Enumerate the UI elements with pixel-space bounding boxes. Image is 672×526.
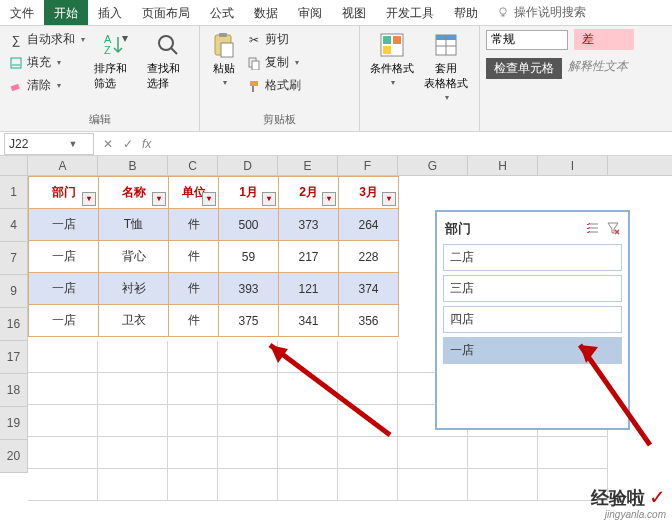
col-header-A[interactable]: A	[28, 156, 98, 175]
table-cell[interactable]: 121	[279, 273, 339, 305]
empty-cell[interactable]	[218, 437, 278, 469]
clear-filter-icon[interactable]	[606, 221, 620, 238]
style-explain[interactable]: 解释性文本	[568, 56, 628, 77]
col-header-H[interactable]: H	[468, 156, 538, 175]
table-cell[interactable]: 一店	[29, 241, 99, 273]
empty-cell[interactable]	[278, 405, 338, 437]
filter-button[interactable]: ▾	[262, 192, 276, 206]
table-cell[interactable]: 217	[279, 241, 339, 273]
table-cell[interactable]: 341	[279, 305, 339, 337]
slicer-item[interactable]: 四店	[443, 306, 622, 333]
slicer-item[interactable]: 二店	[443, 244, 622, 271]
table-cell[interactable]: 件	[169, 305, 219, 337]
table-cell[interactable]: 一店	[29, 209, 99, 241]
empty-cell[interactable]	[338, 341, 398, 373]
table-cell[interactable]: 件	[169, 241, 219, 273]
table-cell[interactable]: 374	[339, 273, 399, 305]
empty-cell[interactable]	[28, 469, 98, 501]
row-header-19[interactable]: 19	[0, 407, 28, 440]
menu-tab-3[interactable]: 页面布局	[132, 0, 200, 25]
empty-cell[interactable]	[218, 373, 278, 405]
cut-button[interactable]: ✂ 剪切	[244, 29, 304, 50]
menu-tab-8[interactable]: 开发工具	[376, 0, 444, 25]
table-cell[interactable]: 264	[339, 209, 399, 241]
table-format-button[interactable]: 套用 表格格式▾	[420, 29, 472, 104]
slicer-item[interactable]: 三店	[443, 275, 622, 302]
empty-cell[interactable]	[338, 405, 398, 437]
empty-cell[interactable]	[218, 405, 278, 437]
format-painter-button[interactable]: 格式刷	[244, 75, 304, 96]
table-cell[interactable]: T恤	[99, 209, 169, 241]
empty-cell[interactable]	[278, 373, 338, 405]
col-header-D[interactable]: D	[218, 156, 278, 175]
menu-tab-1[interactable]: 开始	[44, 0, 88, 25]
menu-tab-0[interactable]: 文件	[0, 0, 44, 25]
menu-tab-6[interactable]: 审阅	[288, 0, 332, 25]
fill-button[interactable]: 填充▾	[6, 52, 88, 73]
filter-button[interactable]: ▾	[152, 192, 166, 206]
table-cell[interactable]: 件	[169, 209, 219, 241]
table-cell[interactable]: 500	[219, 209, 279, 241]
empty-cell[interactable]	[98, 469, 168, 501]
table-cell[interactable]: 59	[219, 241, 279, 273]
clear-button[interactable]: 清除▾	[6, 75, 88, 96]
slicer-panel[interactable]: 部门 二店三店四店一店	[435, 210, 630, 430]
menu-tab-5[interactable]: 数据	[244, 0, 288, 25]
row-header-16[interactable]: 16	[0, 308, 28, 341]
multiselect-icon[interactable]	[586, 221, 600, 238]
filter-button[interactable]: ▾	[202, 192, 216, 206]
menu-tab-4[interactable]: 公式	[200, 0, 244, 25]
row-header-9[interactable]: 9	[0, 275, 28, 308]
name-box[interactable]: J22 ▼	[4, 133, 94, 155]
menu-tab-7[interactable]: 视图	[332, 0, 376, 25]
cancel-formula-button[interactable]: ✕	[98, 137, 118, 151]
empty-cell[interactable]	[98, 405, 168, 437]
col-header-F[interactable]: F	[338, 156, 398, 175]
empty-cell[interactable]	[278, 341, 338, 373]
empty-cell[interactable]	[278, 469, 338, 501]
empty-cell[interactable]	[468, 469, 538, 501]
table-cell[interactable]: 一店	[29, 273, 99, 305]
style-bad[interactable]: 差	[574, 29, 634, 50]
paste-button[interactable]: 粘贴▾	[206, 29, 242, 89]
empty-cell[interactable]	[98, 373, 168, 405]
find-select-button[interactable]: 查找和选择	[143, 29, 194, 93]
empty-cell[interactable]	[28, 437, 98, 469]
empty-cell[interactable]	[168, 469, 218, 501]
empty-cell[interactable]	[398, 437, 468, 469]
table-cell[interactable]: 375	[219, 305, 279, 337]
row-header-1[interactable]: 1	[0, 176, 28, 209]
copy-button[interactable]: 复制▾	[244, 52, 304, 73]
table-cell[interactable]: 一店	[29, 305, 99, 337]
row-header-7[interactable]: 7	[0, 242, 28, 275]
empty-cell[interactable]	[338, 373, 398, 405]
style-check-cell[interactable]: 检查单元格	[486, 58, 562, 79]
number-format-select[interactable]	[486, 30, 568, 50]
empty-cell[interactable]	[218, 469, 278, 501]
filter-button[interactable]: ▾	[322, 192, 336, 206]
col-header-E[interactable]: E	[278, 156, 338, 175]
empty-cell[interactable]	[28, 341, 98, 373]
empty-cell[interactable]	[538, 437, 608, 469]
row-header-18[interactable]: 18	[0, 374, 28, 407]
table-cell[interactable]: 件	[169, 273, 219, 305]
empty-cell[interactable]	[218, 341, 278, 373]
row-header-17[interactable]: 17	[0, 341, 28, 374]
empty-cell[interactable]	[98, 437, 168, 469]
table-cell[interactable]: 356	[339, 305, 399, 337]
empty-cell[interactable]	[468, 437, 538, 469]
select-all-corner[interactable]	[0, 156, 28, 175]
table-cell[interactable]: 卫衣	[99, 305, 169, 337]
empty-cell[interactable]	[168, 405, 218, 437]
empty-cell[interactable]	[398, 469, 468, 501]
conditional-format-button[interactable]: 条件格式▾	[366, 29, 418, 89]
tell-me[interactable]: 操作说明搜索	[488, 0, 586, 25]
col-header-I[interactable]: I	[538, 156, 608, 175]
menu-tab-2[interactable]: 插入	[88, 0, 132, 25]
slicer-item[interactable]: 一店	[443, 337, 622, 364]
row-header-20[interactable]: 20	[0, 440, 28, 473]
table-cell[interactable]: 衬衫	[99, 273, 169, 305]
col-header-G[interactable]: G	[398, 156, 468, 175]
empty-cell[interactable]	[168, 373, 218, 405]
accept-formula-button[interactable]: ✓	[118, 137, 138, 151]
